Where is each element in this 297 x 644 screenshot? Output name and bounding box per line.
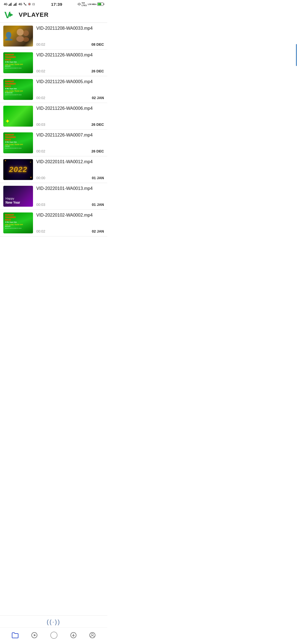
sparkle-1 (5, 160, 6, 161)
video-item-5[interactable]: SUNDAYTHUNDERSALE 15 Min Super Sale USE … (0, 130, 107, 156)
app-header: V VPLAYER (0, 8, 107, 23)
thumbnail-8: SUNDAYTHUNDERSALE 15 Min Super Sale USE … (3, 212, 33, 233)
signal-4g-1: 4G (4, 3, 7, 6)
thumbnail-3: SUNDAYTHUNDERSALE 15 Min Super Sale USE … (3, 79, 33, 100)
video-meta-8: 00:02 02 JAN (36, 229, 104, 233)
sunday-sub-3: 15 Min Super Sale (5, 88, 17, 89)
svg-rect-0 (9, 5, 9, 6)
video-info-1: VID-20211208-WA0033.mp4 00:02 08 DEC (36, 26, 104, 47)
video-filename-5: VID-20211226-WA0007.mp4 (36, 132, 104, 138)
svg-rect-3 (11, 3, 12, 6)
play-overlay-icon (8, 12, 14, 18)
video-meta-2: 00:02 26 DEC (36, 69, 104, 73)
video-duration-2: 00:02 (36, 69, 45, 73)
video-filename-3: VID-20211226-WA0005.mp4 (36, 79, 104, 85)
sunday-sub-2: 15 Min Super Sale (5, 61, 17, 63)
sunday-code-3: WOMEN1000 (5, 92, 13, 94)
video-duration-6: 00:00 (36, 176, 45, 180)
new-year-text: New Year (6, 201, 20, 204)
sunday-code-5: FW1000 (5, 146, 10, 147)
video-item-7[interactable]: Happy New Year VID-20220101-WA0013.mp4 0… (0, 183, 107, 210)
video-date-5: 26 DEC (91, 149, 104, 153)
sunday-code-2: MEN1000 (5, 66, 10, 67)
video-info-4: VID-20211226-WA0006.mp4 00:03 26 DEC (36, 106, 104, 127)
vibrate-icon (78, 2, 81, 6)
video-filename-8: VID-20220102-WA0002.mp4 (36, 212, 104, 218)
video-duration-4: 00:03 (36, 122, 45, 127)
video-duration-5: 00:02 (36, 149, 45, 153)
signal-bars-2-icon (13, 2, 17, 6)
video-list: VID-20211208-WA0033.mp4 00:02 08 DEC SUN… (0, 23, 107, 236)
video-item-4[interactable]: ✦ VID-20211226-WA0006.mp4 00:03 26 DEC (0, 103, 107, 130)
thumbnail-2: SUNDAYTHUNDERSALE 15 Min Super Sale USE … (3, 52, 33, 73)
content-area[interactable]: VID-20211208-WA0033.mp4 00:02 08 DEC SUN… (0, 23, 107, 264)
sunday-title-2: SUNDAYTHUNDERSALE (5, 54, 16, 61)
video-date-7: 01 JAN (92, 203, 104, 207)
video-filename-1: VID-20211208-WA0033.mp4 (36, 26, 104, 31)
logo-container: V VPLAYER (4, 10, 49, 20)
status-bar: 4G 4G (·) 17:39 (0, 0, 107, 8)
video-meta-6: 00:00 01 JAN (36, 176, 104, 180)
video-filename-7: VID-20220101-WA0013.mp4 (36, 186, 104, 192)
record-icon (28, 2, 31, 6)
video-meta-1: 00:02 08 DEC (36, 42, 104, 47)
video-duration-1: 00:02 (36, 42, 45, 47)
sparkle-3 (31, 177, 31, 178)
status-left: 4G 4G (·) (4, 2, 36, 6)
video-info-3: VID-20211226-WA0005.mp4 00:02 02 JAN (36, 79, 104, 100)
thumbnail-1 (3, 26, 33, 47)
thumbnail-6: 2022 (3, 159, 33, 180)
broadcast-icon: (·) (32, 2, 36, 6)
sunday-sub-5: 15 Min Super Sale (5, 141, 17, 143)
svg-point-10 (29, 4, 30, 5)
video-filename-4: VID-20211226-WA0006.mp4 (36, 106, 104, 111)
lte-label: VolLTE1 (82, 2, 87, 7)
sunday-title-3: SUNDAYTHUNDERSALE (5, 80, 16, 88)
video-date-4: 26 DEC (91, 122, 104, 127)
video-filename-2: VID-20211226-WA0003.mp4 (36, 52, 104, 58)
video-duration-7: 00:03 (36, 203, 45, 207)
video-item-8[interactable]: SUNDAYTHUNDERSALE 15 Min Super Sale USE … (0, 210, 107, 236)
status-right: VolLTE1 1.50 MB/s 66 (78, 2, 103, 7)
video-item-6[interactable]: 2022 VID-20220101-WA0012.mp4 00:00 01 JA… (0, 156, 107, 183)
app-title: VPLAYER (19, 11, 49, 18)
video-meta-4: 00:03 26 DEC (36, 122, 104, 127)
year-2022-text: 2022 (9, 165, 27, 174)
video-date-1: 08 DEC (91, 42, 104, 47)
sunday-title-5: SUNDAYTHUNDERSALE (5, 134, 16, 141)
svg-point-21 (23, 30, 29, 36)
video-info-2: VID-20211226-WA0003.mp4 00:02 26 DEC (36, 52, 104, 73)
svg-point-19 (16, 29, 23, 36)
video-date-2: 26 DEC (91, 69, 104, 73)
svg-rect-1 (9, 4, 10, 6)
sunday-time-5: 15:00 TO 15:15 & 19:00 TO 19:15 (5, 148, 21, 149)
video-meta-5: 00:02 26 DEC (36, 149, 104, 153)
app-logo: V (4, 10, 16, 20)
svg-rect-12 (79, 3, 80, 5)
sunday-time-2: 14:00 TO 14:15 & 18:00 TO 18:15 (5, 67, 21, 69)
sparkle-2 (30, 162, 31, 162)
video-date-3: 02 JAN (92, 96, 104, 100)
sunday-title-8: SUNDAYTHUNDERSALE (5, 214, 16, 221)
thumbnail-5: SUNDAYTHUNDERSALE 15 Min Super Sale USE … (3, 132, 33, 153)
svg-rect-2 (10, 3, 11, 6)
video-item-1[interactable]: VID-20211208-WA0033.mp4 00:02 08 DEC (0, 23, 107, 50)
svg-rect-4 (13, 5, 14, 6)
svg-rect-7 (16, 3, 16, 6)
svg-rect-5 (14, 4, 15, 6)
battery-percent: 66 (98, 3, 103, 5)
svg-point-22 (23, 37, 29, 42)
svg-marker-18 (9, 13, 13, 17)
video-duration-3: 00:02 (36, 96, 45, 100)
people-thumb-icon (13, 26, 33, 46)
video-item-2[interactable]: SUNDAYTHUNDERSALE 15 Min Super Sale USE … (0, 50, 107, 76)
video-info-7: VID-20220101-WA0013.mp4 00:03 01 JAN (36, 186, 104, 207)
call-slash-icon (23, 2, 27, 6)
sunday-code-8: MEN1000 (5, 226, 10, 227)
sunday-offer-5: USE CODE: ₹1000 OFF (5, 143, 23, 145)
sunday-offer-2: USE CODE: ₹1000 OFF (5, 63, 23, 65)
svg-point-20 (16, 36, 24, 42)
speed-label: 1.50 MB/s (88, 3, 97, 5)
video-item-3[interactable]: SUNDAYTHUNDERSALE 15 Min Super Sale USE … (0, 76, 107, 103)
video-filename-6: VID-20220101-WA0012.mp4 (36, 159, 104, 165)
